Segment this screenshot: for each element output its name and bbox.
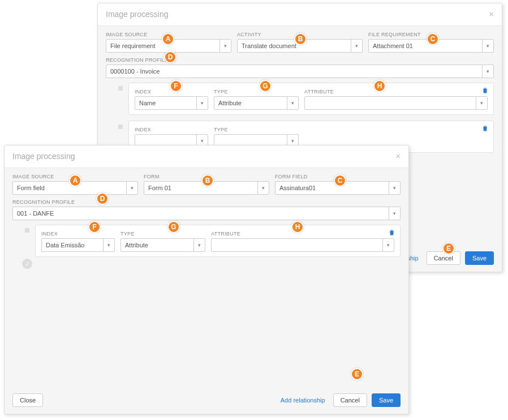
activity-select[interactable]: Translate document ▾ bbox=[237, 39, 363, 53]
type-select[interactable]: Attribute ▾ bbox=[120, 238, 205, 252]
type-select[interactable]: Attribute ▾ bbox=[214, 96, 299, 110]
form-field-label: FORM FIELD bbox=[275, 174, 401, 179]
dialog-image-processing-front: Image processing × IMAGE SOURCE Form fie… bbox=[4, 145, 409, 414]
dialog-title: Image processing bbox=[12, 152, 75, 161]
attribute-label: ATTRIBUTE bbox=[304, 89, 488, 95]
delete-icon[interactable] bbox=[481, 87, 489, 94]
type-label: TYPE bbox=[214, 89, 299, 95]
timeline-marker-icon bbox=[118, 86, 123, 91]
form-select[interactable]: Form 01 ▾ bbox=[144, 181, 269, 195]
attribute-select[interactable]: ▾ bbox=[304, 96, 488, 110]
chevron-down-icon: ▾ bbox=[351, 40, 362, 52]
index-value: Name bbox=[139, 100, 156, 106]
file-requirement-value: Attachment 01 bbox=[373, 42, 413, 49]
recognition-profile-select[interactable]: 0000100 - Invoice ▾ bbox=[106, 65, 494, 78]
chevron-down-icon: ▾ bbox=[257, 182, 269, 194]
form-value: Form 01 bbox=[148, 185, 171, 191]
chevron-down-icon: ▾ bbox=[219, 40, 231, 52]
save-button[interactable]: Save bbox=[465, 251, 494, 265]
type-label: TYPE bbox=[214, 127, 299, 132]
delete-icon[interactable] bbox=[388, 229, 395, 236]
close-icon[interactable]: × bbox=[489, 9, 494, 19]
recognition-profile-select[interactable]: 001 - DANFE ▾ bbox=[12, 207, 401, 220]
form-label: FORM bbox=[144, 174, 269, 179]
chevron-down-icon: ▾ bbox=[287, 97, 298, 109]
type-value: Attribute bbox=[218, 100, 242, 106]
chevron-down-icon: ▾ bbox=[382, 239, 394, 251]
timeline-check-icon: ✓ bbox=[22, 259, 32, 269]
index-select[interactable]: Data Emissão ▾ bbox=[41, 238, 115, 252]
chevron-down-icon: ▾ bbox=[482, 65, 493, 78]
close-icon[interactable]: × bbox=[395, 151, 401, 161]
recognition-profile-value: 001 - DANFE bbox=[17, 210, 54, 217]
type-value: Attribute bbox=[125, 242, 148, 248]
image-source-select[interactable]: Form field ▾ bbox=[12, 181, 138, 195]
chevron-down-icon: ▾ bbox=[196, 97, 208, 109]
chevron-down-icon: ▾ bbox=[482, 40, 493, 52]
image-source-label: IMAGE SOURCE bbox=[12, 174, 138, 179]
index-timeline: ✓ INDEX Name ▾ TYPE bbox=[106, 83, 494, 153]
attribute-label: ATTRIBUTE bbox=[211, 231, 394, 237]
chevron-down-icon: ▾ bbox=[126, 182, 137, 194]
index-card: INDEX Data Emissão ▾ TYPE Attribute ▾ bbox=[35, 225, 401, 257]
recognition-profile-label: RECOGNITION PROFILE bbox=[106, 57, 494, 63]
activity-value: Translate document bbox=[242, 42, 296, 49]
recognition-profile-label: RECOGNITION PROFILE bbox=[12, 199, 401, 205]
index-timeline: ✓ INDEX Data Emissão ▾ TYPE bbox=[12, 225, 401, 257]
dialog-header: Image processing × bbox=[98, 3, 502, 26]
index-label: INDEX bbox=[135, 127, 208, 132]
image-source-label: IMAGE SOURCE bbox=[106, 32, 231, 37]
recognition-profile-value: 0000100 - Invoice bbox=[110, 68, 160, 75]
chevron-down-icon: ▾ bbox=[389, 182, 400, 194]
timeline-marker-icon bbox=[118, 125, 123, 129]
cancel-button[interactable]: Cancel bbox=[333, 393, 367, 407]
image-source-value: File requirement bbox=[110, 42, 155, 49]
image-source-value: Form field bbox=[17, 185, 45, 191]
attribute-select[interactable]: ▾ bbox=[211, 238, 394, 252]
close-button[interactable]: Close bbox=[12, 393, 43, 407]
index-label: INDEX bbox=[135, 89, 208, 95]
index-value: Data Emissão bbox=[46, 242, 84, 248]
index-card: INDEX Name ▾ TYPE Attribute ▾ bbox=[128, 83, 494, 115]
form-field-value: Assinatura01 bbox=[279, 185, 316, 191]
form-field-select[interactable]: Assinatura01 ▾ bbox=[275, 181, 401, 195]
file-requirement-select[interactable]: Attachment 01 ▾ bbox=[368, 39, 494, 53]
dialog-footer: Close Add relationship Cancel Save bbox=[5, 389, 408, 414]
chevron-down-icon: ▾ bbox=[389, 207, 400, 220]
type-label: TYPE bbox=[120, 231, 205, 237]
chevron-down-icon: ▾ bbox=[103, 239, 114, 251]
dialog-body: IMAGE SOURCE Form field ▾ FORM Form 01 ▾… bbox=[5, 168, 408, 389]
save-button[interactable]: Save bbox=[372, 393, 401, 407]
chevron-down-icon: ▾ bbox=[476, 97, 487, 109]
add-relationship-link[interactable]: Add relationship bbox=[281, 397, 325, 404]
image-source-select[interactable]: File requirement ▾ bbox=[106, 39, 231, 53]
dialog-header: Image processing × bbox=[5, 145, 408, 168]
chevron-down-icon: ▾ bbox=[193, 239, 205, 251]
activity-label: ACTIVITY bbox=[237, 32, 363, 37]
file-requirement-label: FILE REQUIREMENT bbox=[368, 32, 494, 37]
delete-icon[interactable] bbox=[481, 125, 489, 132]
cancel-button[interactable]: Cancel bbox=[427, 251, 460, 265]
index-label: INDEX bbox=[41, 231, 115, 237]
dialog-title: Image processing bbox=[106, 10, 169, 19]
timeline-marker-icon bbox=[25, 228, 29, 233]
index-select[interactable]: Name ▾ bbox=[135, 96, 208, 110]
